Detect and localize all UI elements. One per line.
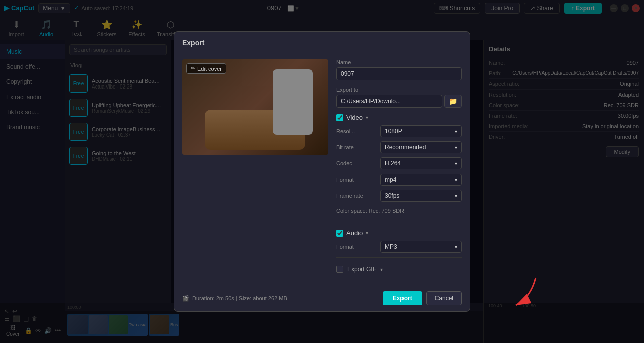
chevron-down-icon: ▾ [455,177,457,183]
resolution-row: Resol... 1080P ▾ [336,125,462,137]
divider [336,257,462,258]
export-dialog: Export ✏ Edit cover Name [174,31,470,312]
chevron-down-icon: ▾ [455,161,457,166]
edit-cover-button[interactable]: ✏ Edit cover [186,63,226,74]
cancel-button[interactable]: Cancel [426,291,462,305]
export-to-row: Export to 📁 [336,87,462,108]
gif-label: Export GIF [347,266,376,273]
arrow-annotation [506,273,546,313]
codec-select[interactable]: H.264 ▾ [380,157,462,169]
export-confirm-button[interactable]: Export [383,291,422,305]
dialog-body: ✏ Edit cover Name Export to 📁 [174,51,470,285]
export-form: Name Export to 📁 Video ▾ R [336,59,462,277]
export-to-field: 📁 [336,95,462,108]
chevron-down-icon: ▾ [455,244,457,250]
color-space-text: Color space: Rec. 709 SDR [336,206,462,219]
figure-element [273,69,313,135]
footer-actions: Export Cancel [383,291,462,305]
dialog-footer: 🎬 Duration: 2m 50s | Size: about 262 MB … [174,285,470,311]
audio-expand-icon[interactable]: ▾ [366,230,368,236]
video-section-label: Video [346,114,363,121]
format-select[interactable]: mp4 ▾ [380,174,462,186]
chevron-down-icon: ▾ [455,145,457,150]
name-label: Name [336,59,462,65]
dialog-overlay: Export ✏ Edit cover Name [0,0,644,343]
gif-checkbox[interactable] [336,266,343,273]
bitrate-select[interactable]: Recommended ▾ [380,141,462,153]
audio-section-header: Audio ▾ [336,229,462,237]
video-expand-icon[interactable]: ▾ [366,115,368,120]
resolution-select[interactable]: 1080P ▾ [380,125,462,137]
video-preview: ✏ Edit cover [182,59,328,277]
dialog-title: Export [174,32,470,51]
export-gif-row: Export GIF ▾ [336,262,462,277]
export-path-input[interactable] [336,95,442,108]
export-to-label: Export to [336,87,462,93]
folder-button[interactable]: 📁 [444,95,462,108]
audio-section-label: Audio [346,229,363,237]
footer-info: 🎬 Duration: 2m 50s | Size: about 262 MB [182,295,287,302]
name-row: Name [336,59,462,80]
framerate-row: Frame rate 30fps ▾ [336,190,462,202]
video-checkbox[interactable] [336,114,343,121]
video-section-header: Video ▾ [336,114,462,121]
audio-checkbox[interactable] [336,230,343,237]
divider [336,223,462,223]
audio-format-row: Format MP3 ▾ [336,241,462,253]
codec-row: Codec H.264 ▾ [336,157,462,169]
chevron-down-icon: ▾ [455,193,457,199]
gif-expand-icon[interactable]: ▾ [380,267,383,272]
name-input[interactable] [336,67,462,80]
framerate-select[interactable]: 30fps ▾ [380,190,462,202]
bitrate-row: Bit rate Recommended ▾ [336,141,462,153]
format-row: Format mp4 ▾ [336,174,462,186]
audio-format-select[interactable]: MP3 ▾ [380,241,462,253]
chevron-down-icon: ▾ [455,129,457,134]
